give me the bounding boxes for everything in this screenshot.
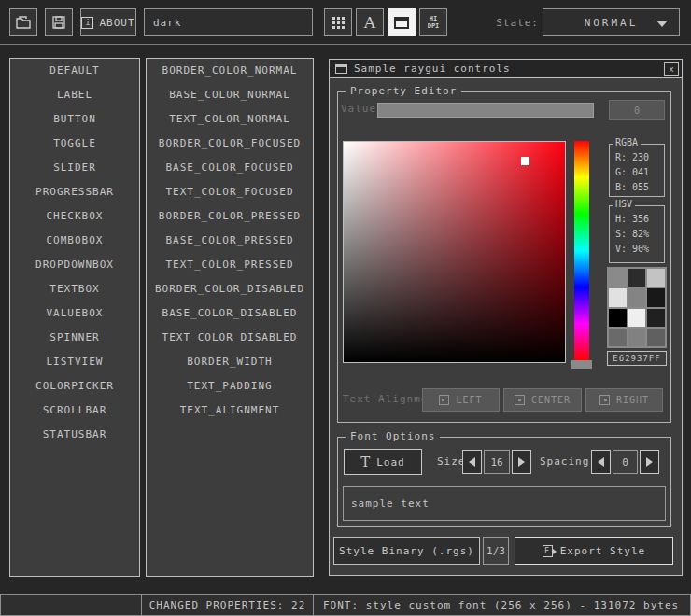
window-title: Sample raygui controls (354, 63, 511, 75)
controls-list-item[interactable]: COLORPICKER (10, 374, 139, 399)
properties-list-item[interactable]: TEXT_PADDING (147, 374, 313, 399)
font-size-decrease-button[interactable] (462, 450, 482, 474)
font-spacing-decrease-button[interactable] (591, 450, 611, 474)
controls-list-item[interactable]: BUTTON (10, 107, 139, 132)
hue-slider-handle[interactable] (571, 360, 592, 369)
controls-list-item[interactable]: DEFAULT (10, 59, 139, 83)
properties-list: BORDER_COLOR_NORMALBASE_COLOR_NORMALTEXT… (146, 58, 314, 577)
state-label: State: (492, 17, 539, 29)
controls-list-item[interactable]: STATUSBAR (10, 423, 139, 447)
format-pagination[interactable]: 1/3 (483, 537, 509, 565)
align-right-label: RIGHT (616, 395, 649, 405)
controls-list: DEFAULTLABELBUTTONTOGGLESLIDERPROGRESSBA… (9, 58, 140, 577)
font-size-value[interactable]: 16 (484, 450, 510, 474)
color-saturation-value-panel[interactable] (343, 141, 566, 363)
hidpi-button[interactable]: HIDPI (419, 8, 447, 36)
rgba-values: R: 230G: 041B: 055 (610, 145, 664, 195)
properties-list-item[interactable]: BORDER_WIDTH (147, 350, 313, 374)
controls-list-item[interactable]: LISTVIEW (10, 350, 139, 374)
controls-window-view-button[interactable] (388, 8, 416, 36)
controls-list-item[interactable]: SLIDER (10, 156, 139, 180)
controls-list-item[interactable]: CHECKBOX (10, 204, 139, 229)
properties-list-item[interactable]: BORDER_COLOR_DISABLED (147, 277, 313, 301)
palette-cell[interactable] (609, 269, 627, 287)
hsv-title: HSV (613, 199, 635, 209)
font-T-icon: T (360, 454, 371, 470)
style-name-input[interactable] (144, 8, 313, 36)
font-spacing-increase-button[interactable] (640, 450, 659, 474)
palette-cell[interactable] (628, 288, 646, 306)
about-button[interactable]: i ABOUT (80, 8, 136, 36)
rgba-row: B: 055 (610, 180, 664, 195)
font-view-button[interactable]: A (356, 8, 384, 36)
palette-cell[interactable] (647, 309, 665, 327)
properties-list-item[interactable]: TEXT_COLOR_DISABLED (147, 326, 313, 350)
export-style-button[interactable]: E Export Style (515, 537, 673, 565)
properties-list-item[interactable]: BASE_COLOR_PRESSED (147, 229, 313, 253)
font-options-title: Font Options (346, 430, 440, 442)
font-options-group: Font Options T Load Size: 16 Spacing: 0 … (337, 437, 671, 527)
properties-list-item[interactable]: TEXT_COLOR_PRESSED (147, 253, 313, 277)
export-icon: E (543, 545, 553, 557)
value-box[interactable]: 0 (609, 100, 665, 120)
font-size-increase-button[interactable] (512, 450, 531, 474)
color-picker-cursor[interactable] (521, 157, 529, 165)
load-font-button[interactable]: T Load (344, 449, 422, 475)
properties-list-item[interactable]: TEXT_COLOR_FOCUSED (147, 180, 313, 204)
controls-list-item[interactable]: SPINNER (10, 326, 139, 350)
controls-list-item[interactable]: TEXTBOX (10, 277, 139, 301)
align-left-label: LEFT (456, 395, 482, 405)
save-icon (51, 15, 66, 30)
controls-list-item[interactable]: VALUEBOX (10, 301, 139, 326)
palette-cell[interactable] (647, 329, 665, 346)
palette-cell[interactable] (609, 329, 627, 346)
value-slider[interactable] (377, 103, 594, 118)
left-arrow-icon (598, 457, 604, 467)
status-font-info: FONT: style custom font (256 x 256) - 13… (313, 594, 691, 616)
palette-cell[interactable] (628, 269, 646, 287)
hsv-row: H: 356 (610, 212, 664, 227)
status-bar: CHANGED PROPERTIES: 22 FONT: style custo… (0, 594, 691, 616)
properties-list-item[interactable]: BASE_COLOR_DISABLED (147, 301, 313, 326)
right-arrow-icon (518, 457, 525, 467)
controls-list-item[interactable]: TOGGLE (10, 132, 139, 156)
close-icon[interactable]: x (664, 62, 679, 76)
open-file-button[interactable] (9, 8, 37, 36)
properties-list-item[interactable]: BORDER_COLOR_PRESSED (147, 204, 313, 229)
toolbar: i ABOUT A HIDPI State: NORMAL (0, 0, 691, 45)
save-file-button[interactable] (45, 8, 73, 36)
properties-list-item[interactable]: BORDER_COLOR_FOCUSED (147, 132, 313, 156)
palette-cell[interactable] (609, 288, 627, 306)
align-center-button[interactable]: CENTER (503, 388, 582, 412)
properties-list-item[interactable]: BORDER_COLOR_NORMAL (147, 59, 313, 83)
properties-list-item[interactable]: TEXT_COLOR_NORMAL (147, 107, 313, 132)
properties-list-item[interactable]: BASE_COLOR_FOCUSED (147, 156, 313, 180)
controls-list-item[interactable]: LABEL (10, 83, 139, 107)
style-format-button[interactable]: Style Binary (.rgs) (333, 537, 480, 565)
style-table-view-button[interactable] (324, 8, 352, 36)
export-style-label: Export Style (560, 545, 645, 557)
properties-list-item[interactable]: BASE_COLOR_NORMAL (147, 83, 313, 107)
controls-list-item[interactable]: COMBOBOX (10, 229, 139, 253)
align-left-icon (439, 395, 449, 405)
palette-cell[interactable] (628, 329, 646, 346)
palette-cell[interactable] (647, 288, 665, 306)
state-dropdown-value: NORMAL (585, 17, 639, 29)
align-right-button[interactable]: RIGHT (585, 388, 663, 412)
sample-text-input[interactable]: sample text (343, 486, 666, 521)
properties-list-item[interactable]: TEXT_ALIGNMENT (147, 399, 313, 423)
controls-list-item[interactable]: PROGRESSBAR (10, 180, 139, 204)
controls-list-item[interactable]: DROPDOWNBOX (10, 253, 139, 277)
palette-cell[interactable] (647, 269, 665, 287)
palette-cell[interactable] (609, 309, 627, 327)
window-titlebar[interactable]: Sample raygui controls x (330, 60, 682, 78)
state-dropdown[interactable]: NORMAL (543, 8, 680, 36)
controls-list-item[interactable]: SCROLLBAR (10, 399, 139, 423)
font-spacing-value[interactable]: 0 (613, 450, 638, 474)
hue-bar[interactable] (574, 141, 589, 360)
rgba-row: R: 230 (610, 150, 664, 165)
text-alignment-label: Text Alignment: (343, 393, 423, 405)
align-left-button[interactable]: LEFT (422, 388, 500, 412)
hex-color-input[interactable]: E62937FF (607, 351, 667, 366)
palette-cell[interactable] (628, 309, 646, 327)
